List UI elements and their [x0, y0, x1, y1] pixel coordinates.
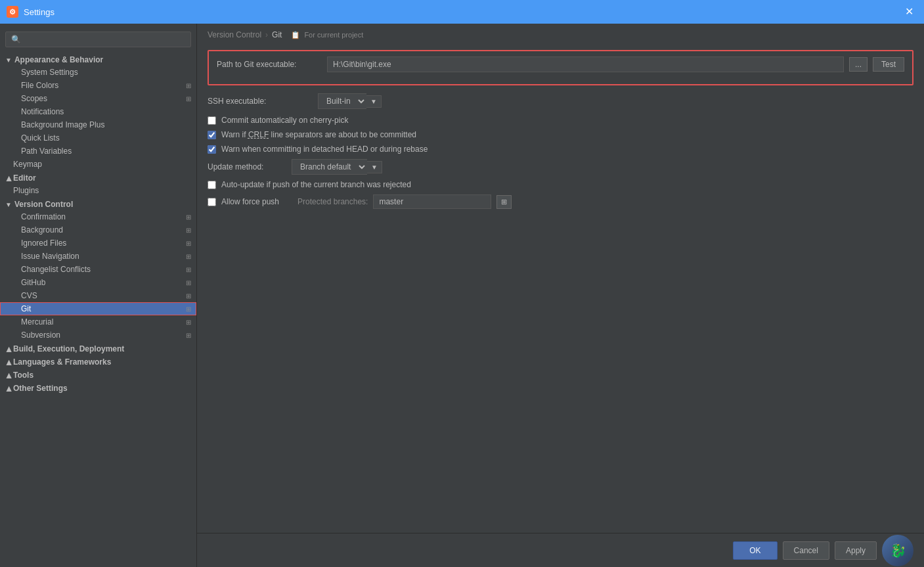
cvs-badge: ⊞ — [186, 292, 191, 300]
project-icon: 📋 — [291, 31, 300, 39]
crlf-checkbox[interactable] — [208, 131, 216, 139]
sidebar-group-appearance[interactable]: ▼ Appearance & Behavior — [0, 53, 196, 66]
sidebar-item-git[interactable]: Git ⊞ — [0, 302, 196, 315]
protected-branches-button[interactable]: ⊞ — [496, 195, 512, 209]
sidebar-group-languages-label: Languages & Frameworks — [13, 357, 111, 367]
auto-update-checkbox[interactable] — [208, 181, 216, 189]
sidebar-item-mercurial[interactable]: Mercurial ⊞ — [0, 315, 196, 329]
cherry-pick-checkbox[interactable] — [208, 116, 216, 125]
force-push-label: Allow force push — [221, 197, 279, 206]
sidebar-group-build-label: Build, Execution, Deployment — [13, 344, 124, 353]
search-area — [5, 32, 191, 47]
path-input[interactable] — [327, 57, 844, 72]
force-push-checkbox[interactable] — [208, 198, 216, 206]
sidebar-item-subversion[interactable]: Subversion ⊞ — [0, 329, 196, 342]
sidebar-item-cvs[interactable]: CVS ⊞ — [0, 289, 196, 302]
sidebar: ▼ Appearance & Behavior System Settings … — [0, 24, 197, 567]
browse-button[interactable]: ... — [849, 57, 868, 72]
ssh-label: SSH executable: — [208, 97, 313, 106]
sidebar-item-ignored-files-label: Ignored Files — [21, 238, 66, 248]
background-badge: ⊞ — [186, 227, 191, 234]
sidebar-item-background[interactable]: Background ⊞ — [0, 223, 196, 237]
crlf-row: Warn if CRLF line separators are about t… — [208, 130, 913, 139]
update-method-row: Update method: Branch default Merge Reba… — [208, 159, 913, 175]
sidebar-group-vc-label: Version Control — [14, 200, 73, 209]
titlebar-left: ⚙ Settings — [7, 6, 55, 18]
git-badge: ⊞ — [186, 306, 191, 313]
ssh-select-wrap: Built-in Native ▼ — [318, 93, 382, 109]
sidebar-item-notifications[interactable]: Notifications — [0, 105, 196, 118]
auto-update-row: Auto-update if push of the current branc… — [208, 180, 913, 189]
sidebar-item-scopes[interactable]: Scopes ⊞ — [0, 92, 196, 105]
confirmation-badge: ⊞ — [186, 214, 191, 221]
update-select-wrap: Branch default Merge Rebase ▼ — [292, 159, 382, 175]
sidebar-group-editor-label: Editor — [13, 173, 36, 183]
sidebar-item-mercurial-label: Mercurial — [21, 317, 53, 327]
changelist-badge: ⊞ — [186, 266, 191, 273]
mercurial-badge: ⊞ — [186, 319, 191, 326]
cancel-button[interactable]: Cancel — [783, 541, 829, 560]
avatar: 🐉 — [882, 535, 913, 566]
sidebar-item-system-settings-label: System Settings — [21, 68, 78, 77]
close-button[interactable]: ✕ — [901, 5, 917, 18]
sidebar-item-confirmation-label: Confirmation — [21, 212, 66, 221]
sidebar-item-changelist-conflicts[interactable]: Changelist Conflicts ⊞ — [0, 263, 196, 276]
sidebar-group-tools[interactable]: ▶ Tools — [0, 368, 196, 381]
detached-head-checkbox[interactable] — [208, 145, 216, 154]
sidebar-item-plugins[interactable]: Plugins — [0, 184, 196, 197]
expand-arrow-tools: ▶ — [5, 373, 12, 378]
auto-update-label: Auto-update if push of the current branc… — [221, 180, 411, 189]
app-icon: ⚙ — [7, 6, 18, 18]
ssh-row: SSH executable: Built-in Native ▼ — [208, 93, 913, 109]
detached-head-label: Warn when committing in detached HEAD or… — [221, 145, 428, 154]
sidebar-item-scopes-label: Scopes — [21, 94, 47, 103]
sidebar-item-ignored-files[interactable]: Ignored Files ⊞ — [0, 237, 196, 250]
sidebar-group-languages[interactable]: ▶ Languages & Frameworks — [0, 355, 196, 368]
issue-nav-badge: ⊞ — [186, 253, 191, 260]
ssh-select[interactable]: Built-in Native — [318, 93, 366, 109]
sidebar-item-file-colors[interactable]: File Colors ⊞ — [0, 79, 196, 92]
sidebar-group-build[interactable]: ▶ Build, Execution, Deployment — [0, 342, 196, 355]
crlf-underline: CRLF — [248, 130, 269, 139]
sidebar-item-confirmation[interactable]: Confirmation ⊞ — [0, 210, 196, 223]
settings-panel: Path to Git executable: ... Test SSH exe… — [197, 45, 924, 533]
update-method-select[interactable]: Branch default Merge Rebase — [292, 159, 367, 175]
sidebar-group-version-control[interactable]: ▼ Version Control — [0, 197, 196, 210]
main-content: Version Control › Git 📋 For current proj… — [197, 24, 924, 567]
update-dropdown-button[interactable]: ▼ — [367, 161, 382, 173]
search-input[interactable] — [5, 32, 191, 47]
file-colors-badge: ⊞ — [186, 82, 191, 89]
ssh-dropdown-button[interactable]: ▼ — [366, 95, 382, 108]
sidebar-item-issue-navigation[interactable]: Issue Navigation ⊞ — [0, 250, 196, 263]
sidebar-item-keymap-label: Keymap — [13, 160, 42, 169]
sidebar-item-path-variables-label: Path Variables — [21, 147, 72, 156]
sidebar-item-quick-lists-label: Quick Lists — [21, 133, 60, 143]
sidebar-item-system-settings[interactable]: System Settings — [0, 66, 196, 79]
update-method-label: Update method: — [208, 162, 286, 171]
settings-window: ⚙ Settings ✕ ▼ Appearance & Behavior Sys… — [0, 0, 924, 567]
sidebar-group-other[interactable]: ▶ Other Settings — [0, 381, 196, 394]
sidebar-item-keymap[interactable]: Keymap — [0, 158, 196, 171]
protected-branches-input[interactable] — [373, 194, 491, 209]
sidebar-item-issue-navigation-label: Issue Navigation — [21, 252, 79, 261]
sidebar-item-quick-lists[interactable]: Quick Lists — [0, 131, 196, 145]
sidebar-group-tools-label: Tools — [13, 371, 33, 380]
sidebar-item-github[interactable]: GitHub ⊞ — [0, 276, 196, 289]
ok-button[interactable]: OK — [733, 541, 777, 560]
sidebar-item-cvs-label: CVS — [21, 291, 37, 300]
sidebar-item-changelist-conflicts-label: Changelist Conflicts — [21, 265, 91, 274]
cherry-pick-label: Commit automatically on cherry-pick — [221, 116, 348, 125]
breadcrumb-git: Git — [272, 30, 282, 39]
sidebar-item-plugins-label: Plugins — [13, 186, 39, 195]
git-executable-section: Path to Git executable: ... Test — [208, 50, 913, 85]
expand-arrow-build: ▶ — [5, 346, 12, 352]
breadcrumb-separator: › — [265, 30, 268, 39]
sidebar-item-path-variables[interactable]: Path Variables — [0, 145, 196, 158]
sidebar-item-subversion-label: Subversion — [21, 330, 60, 340]
sidebar-item-notifications-label: Notifications — [21, 107, 64, 116]
apply-button[interactable]: Apply — [835, 541, 877, 560]
test-button[interactable]: Test — [873, 57, 904, 72]
sidebar-item-background-image-plus[interactable]: Background Image Plus — [0, 118, 196, 131]
sidebar-group-appearance-label: Appearance & Behavior — [14, 55, 103, 64]
sidebar-group-editor[interactable]: ▶ Editor — [0, 171, 196, 184]
